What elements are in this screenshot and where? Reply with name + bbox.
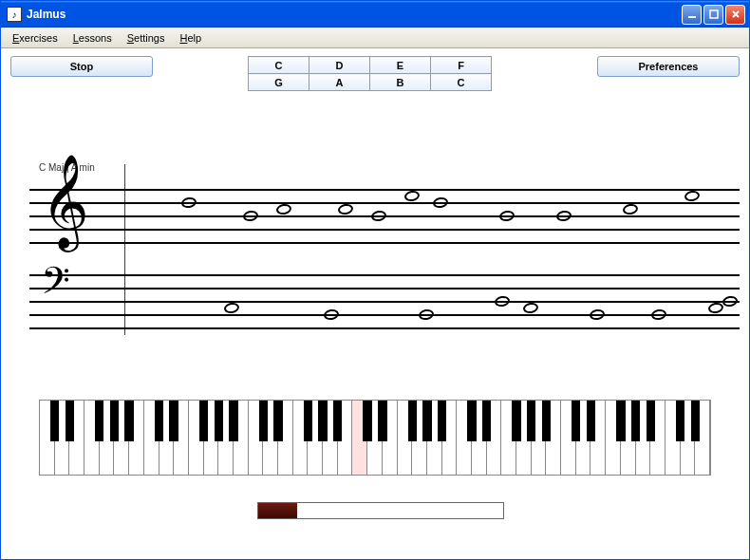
piano-black-key[interactable] (631, 401, 640, 441)
progress-fill (258, 503, 297, 518)
music-note (494, 295, 511, 308)
menu-help[interactable]: Help (172, 30, 209, 46)
bass-staff: 𝄢 (29, 274, 740, 327)
music-note (555, 210, 572, 223)
note-button-g[interactable]: G (249, 74, 309, 91)
piano-black-key[interactable] (95, 401, 103, 441)
music-note (622, 203, 639, 216)
stop-button[interactable]: Stop (10, 56, 153, 77)
titlebar: ♪ Jalmus (1, 1, 749, 28)
piano-black-key[interactable] (273, 401, 282, 441)
svg-rect-1 (710, 10, 718, 18)
piano-black-key[interactable] (259, 401, 268, 441)
piano-black-key[interactable] (691, 401, 700, 441)
top-controls: Stop CDEF GABC Preferences (10, 56, 740, 91)
music-note (337, 203, 354, 216)
note-button-c[interactable]: C (249, 57, 309, 74)
piano-black-key[interactable] (616, 401, 625, 441)
piano-black-key[interactable] (169, 401, 178, 441)
piano-black-key[interactable] (229, 401, 237, 441)
window-title: Jalmus (27, 8, 682, 21)
piano-keyboard (39, 400, 711, 476)
music-score: C Maj | A min 𝄞 𝄢 (29, 172, 740, 352)
piano-black-key[interactable] (587, 401, 595, 441)
menu-lessons[interactable]: Lessons (66, 30, 120, 46)
music-note (650, 308, 667, 322)
music-note (418, 308, 435, 322)
piano-black-key[interactable] (572, 401, 580, 441)
piano-black-key[interactable] (542, 401, 551, 441)
piano-black-key[interactable] (527, 401, 535, 441)
piano-black-key[interactable] (155, 401, 163, 441)
piano-black-key[interactable] (363, 401, 371, 441)
piano-black-key[interactable] (318, 401, 327, 441)
note-button-a[interactable]: A (309, 74, 370, 91)
music-note (323, 308, 340, 322)
piano-black-key[interactable] (512, 401, 520, 441)
menubar: Exercises Lessons Settings Help (1, 28, 749, 48)
app-icon: ♪ (7, 7, 22, 22)
music-note (707, 302, 724, 315)
maximize-button[interactable] (703, 5, 723, 25)
music-note (223, 302, 240, 315)
piano-black-key[interactable] (124, 401, 133, 441)
music-note (275, 203, 292, 216)
piano-black-key[interactable] (408, 401, 417, 441)
piano-black-key[interactable] (199, 401, 208, 441)
note-button-e[interactable]: E (370, 57, 431, 74)
music-note (589, 308, 606, 322)
music-note (684, 190, 701, 203)
piano-black-key[interactable] (647, 401, 655, 441)
piano-black-key[interactable] (66, 401, 74, 441)
piano-black-key[interactable] (438, 401, 446, 441)
close-icon (731, 9, 741, 19)
window-controls (682, 5, 745, 25)
bass-clef-icon: 𝄢 (41, 259, 70, 313)
note-button-b[interactable]: B (370, 74, 431, 91)
note-button-f[interactable]: F (431, 57, 492, 74)
piano-black-key[interactable] (422, 401, 431, 441)
piano-black-key[interactable] (304, 401, 312, 441)
menu-exercises[interactable]: Exercises (5, 30, 66, 46)
menu-settings[interactable]: Settings (120, 30, 173, 46)
piano-black-key[interactable] (467, 401, 476, 441)
treble-staff: 𝄞 (29, 189, 740, 242)
music-note (370, 210, 387, 223)
piano-black-key[interactable] (482, 401, 491, 441)
app-window: ♪ Jalmus Exercises Lessons Settings Help… (0, 0, 750, 560)
piano-black-key[interactable] (378, 401, 386, 441)
svg-rect-0 (688, 16, 696, 18)
music-note (522, 302, 539, 315)
piano-black-key[interactable] (676, 401, 684, 441)
music-note (242, 210, 259, 223)
piano-black-key[interactable] (110, 401, 119, 441)
note-button-c[interactable]: C (431, 74, 492, 91)
piano-black-key[interactable] (215, 401, 223, 441)
piano-black-key[interactable] (333, 401, 342, 441)
music-note (432, 196, 449, 210)
preferences-button[interactable]: Preferences (597, 56, 740, 77)
treble-clef-icon: 𝄞 (41, 154, 89, 250)
music-note (722, 295, 739, 308)
music-note (403, 190, 421, 203)
music-note (498, 210, 516, 223)
piano-black-key[interactable] (50, 401, 59, 441)
maximize-icon (709, 9, 719, 19)
progress-bar (257, 502, 504, 519)
note-button-grid: CDEF GABC (248, 56, 492, 91)
content-area: Stop CDEF GABC Preferences C Maj | A min… (1, 48, 749, 559)
minimize-button[interactable] (682, 5, 702, 25)
music-note (180, 196, 197, 210)
note-button-d[interactable]: D (309, 57, 370, 74)
minimize-icon (687, 9, 697, 19)
close-button[interactable] (725, 5, 745, 25)
